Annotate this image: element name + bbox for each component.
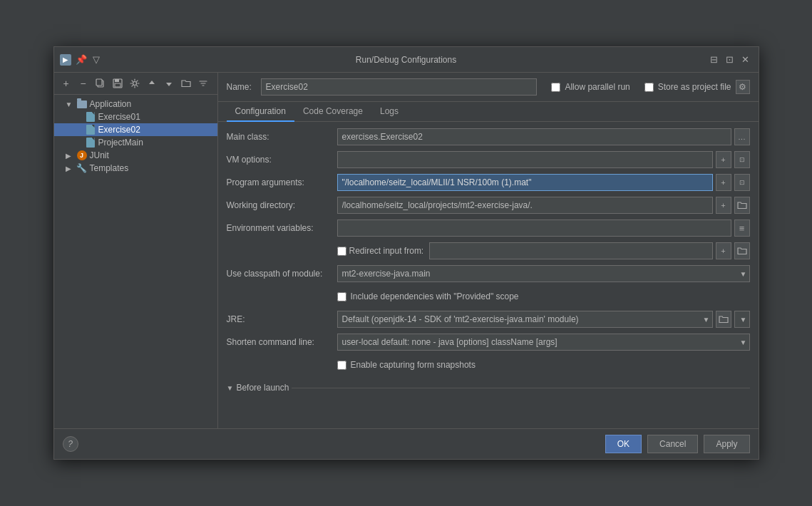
svg-rect-3 bbox=[115, 79, 119, 82]
move-up-button[interactable] bbox=[144, 76, 160, 91]
main-class-field: … bbox=[337, 128, 750, 145]
collapse-button[interactable]: ▽ bbox=[91, 53, 101, 66]
tree-templates-group[interactable]: ▶ 🔧 Templates bbox=[54, 162, 217, 175]
allow-parallel-row: Allow parallel run bbox=[551, 82, 629, 92]
name-input[interactable] bbox=[261, 78, 538, 95]
jre-browse-button[interactable] bbox=[716, 311, 731, 328]
working-dir-label: Working directory: bbox=[227, 200, 337, 210]
store-project-checkbox[interactable] bbox=[644, 83, 654, 92]
env-vars-input[interactable] bbox=[337, 220, 731, 237]
vm-options-input[interactable] bbox=[337, 151, 713, 168]
tree-application-group[interactable]: ▼ Application bbox=[54, 98, 217, 110]
application-label: Application bbox=[90, 99, 132, 109]
shorten-cmd-select-wrapper: user-local default: none - java [options… bbox=[337, 334, 750, 351]
jre-row: JRE: Default (openjdk-14 - SDK of 'mt2-e… bbox=[227, 310, 750, 329]
dialog-body: + − bbox=[54, 73, 759, 428]
remove-config-button[interactable]: − bbox=[76, 76, 91, 91]
close-button[interactable]: ✕ bbox=[739, 53, 753, 67]
redirect-add-button[interactable]: + bbox=[716, 242, 731, 259]
shorten-cmd-select[interactable]: user-local default: none - java [options… bbox=[337, 334, 750, 351]
vm-options-label: VM options: bbox=[227, 155, 337, 165]
program-args-input[interactable] bbox=[337, 174, 713, 191]
tree-exercise02[interactable]: ▶ Exercise02 bbox=[54, 123, 217, 136]
classpath-field: mt2-exercise-java.main ▼ bbox=[337, 265, 750, 282]
form-snapshots-label: Enable capturing form snapshots bbox=[351, 360, 476, 370]
program-args-fullscreen-button[interactable]: ⊡ bbox=[734, 174, 750, 191]
run-debug-dialog: ▶ 📌 ▽ Run/Debug Configurations ⊟ ⊡ ✕ + − bbox=[53, 46, 759, 460]
tree-junit-group[interactable]: ▶ J JUnit bbox=[54, 149, 217, 162]
working-dir-browse-button[interactable] bbox=[734, 197, 750, 214]
redirect-checkbox[interactable] bbox=[337, 247, 346, 256]
title-bar: ▶ 📌 ▽ Run/Debug Configurations ⊟ ⊡ ✕ bbox=[54, 47, 759, 73]
classpath-label: Use classpath of module: bbox=[227, 269, 337, 279]
form-snapshots-field: Enable capturing form snapshots bbox=[337, 357, 476, 373]
dialog-title: Run/Debug Configurations bbox=[356, 55, 456, 65]
save-config-button[interactable] bbox=[110, 76, 125, 91]
add-config-button[interactable]: + bbox=[58, 76, 74, 91]
redirect-field: Redirect input from: + bbox=[337, 242, 750, 259]
before-launch-label: Before launch bbox=[236, 383, 289, 393]
apply-button[interactable]: Apply bbox=[704, 435, 749, 453]
project-main-label: ProjectMain bbox=[98, 138, 143, 148]
left-panel: + − bbox=[54, 73, 218, 428]
tree-exercise01[interactable]: ▶ Exercise01 bbox=[54, 110, 217, 123]
vm-options-expand-button[interactable]: + bbox=[716, 151, 731, 168]
program-args-expand-button[interactable]: + bbox=[716, 174, 731, 191]
app-icon: ▶ bbox=[60, 54, 71, 66]
main-class-label: Main class: bbox=[227, 132, 337, 142]
classpath-select-wrapper: mt2-exercise-java.main ▼ bbox=[337, 265, 750, 282]
jre-type-select[interactable] bbox=[734, 311, 750, 328]
redirect-input[interactable] bbox=[429, 242, 712, 259]
include-deps-label: Include dependencies with "Provided" sco… bbox=[351, 291, 519, 301]
svg-rect-4 bbox=[115, 83, 120, 87]
settings-config-button[interactable] bbox=[127, 76, 143, 91]
expand-arrow-templates: ▶ bbox=[66, 165, 74, 172]
working-dir-input[interactable] bbox=[337, 197, 713, 214]
file-icon3 bbox=[86, 138, 96, 148]
tab-logs[interactable]: Logs bbox=[371, 102, 407, 122]
env-vars-field: ≡ bbox=[337, 220, 750, 237]
vm-options-fullscreen-button[interactable]: ⊡ bbox=[734, 151, 750, 168]
expand-arrow: ▼ bbox=[66, 100, 74, 108]
minimize-button[interactable]: ⊟ bbox=[707, 53, 721, 67]
classpath-row: Use classpath of module: mt2-exercise-ja… bbox=[227, 264, 750, 283]
include-deps-checkbox[interactable] bbox=[337, 292, 346, 301]
window-controls: ⊟ ⊡ ✕ bbox=[707, 53, 753, 67]
jre-select[interactable]: Default (openjdk-14 - SDK of 'mt2-exerci… bbox=[337, 311, 713, 328]
sort-button[interactable] bbox=[195, 76, 211, 91]
working-dir-add-button[interactable]: + bbox=[716, 197, 731, 214]
junit-icon: J bbox=[77, 150, 87, 160]
cancel-button[interactable]: Cancel bbox=[647, 435, 698, 453]
copy-config-button[interactable] bbox=[93, 76, 108, 91]
working-dir-row: Working directory: + bbox=[227, 196, 750, 215]
tab-configuration[interactable]: Configuration bbox=[227, 102, 294, 122]
name-field-label: Name: bbox=[227, 82, 255, 92]
before-launch-section[interactable]: ▼ Before launch bbox=[227, 378, 750, 397]
maximize-button[interactable]: ⊡ bbox=[723, 53, 737, 67]
classpath-select[interactable]: mt2-exercise-java.main bbox=[337, 265, 750, 282]
file-icon bbox=[86, 112, 96, 122]
main-class-input[interactable] bbox=[337, 128, 731, 145]
store-project-gear-button[interactable]: ⚙ bbox=[736, 80, 750, 94]
help-button[interactable]: ? bbox=[63, 436, 78, 452]
expand-arrow-junit: ▶ bbox=[66, 152, 74, 160]
pin-button[interactable]: 📌 bbox=[74, 53, 88, 66]
right-panel: Name: Allow parallel run Store as projec… bbox=[218, 73, 759, 428]
tree-project-main[interactable]: ▶ ProjectMain bbox=[54, 136, 217, 149]
jre-label: JRE: bbox=[227, 314, 337, 324]
svg-rect-1 bbox=[96, 79, 102, 86]
form-snapshots-checkbox[interactable] bbox=[337, 361, 346, 370]
include-deps-field: Include dependencies with "Provided" sco… bbox=[337, 289, 519, 304]
bottom-bar: ? OK Cancel Apply bbox=[54, 428, 759, 459]
title-bar-icons: ▶ 📌 ▽ bbox=[60, 53, 101, 66]
allow-parallel-label: Allow parallel run bbox=[565, 82, 629, 92]
ok-button[interactable]: OK bbox=[605, 435, 642, 453]
redirect-browse-button[interactable] bbox=[734, 242, 750, 259]
env-vars-table-button[interactable]: ≡ bbox=[734, 220, 750, 237]
tab-code-coverage[interactable]: Code Coverage bbox=[294, 102, 371, 122]
before-launch-arrow: ▼ bbox=[227, 384, 234, 392]
allow-parallel-checkbox[interactable] bbox=[551, 83, 560, 92]
main-class-browse-button[interactable]: … bbox=[734, 128, 750, 145]
move-down-button[interactable] bbox=[161, 76, 177, 91]
folder-button[interactable] bbox=[178, 76, 194, 91]
